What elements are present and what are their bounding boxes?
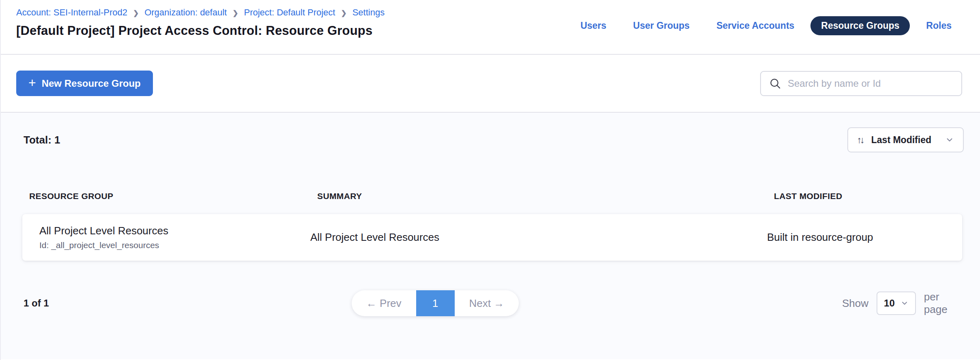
breadcrumb-settings-link[interactable]: Settings <box>352 7 385 18</box>
sort-arrows-icon: ↑↓ <box>857 135 863 146</box>
per-page-controls: Show 10 per page <box>842 291 964 316</box>
last-modified-cell: Built in resource-group <box>767 231 962 244</box>
list-controls: Total: 1 ↑↓ Last Modified <box>17 113 964 152</box>
pager: ← Prev 1 Next → <box>352 290 519 316</box>
chevron-right-icon: ❯ <box>133 9 139 17</box>
resource-group-name: All Project Level Resources <box>39 225 310 237</box>
total-count: Total: 1 <box>24 134 60 146</box>
page-size-select[interactable]: 10 <box>877 291 916 315</box>
resource-group-cell: All Project Level Resources Id: _all_pro… <box>39 225 310 250</box>
page-info: 1 of 1 <box>24 298 145 309</box>
per-page-label: per page <box>924 291 964 316</box>
chevron-right-icon: ❯ <box>232 9 238 17</box>
page-size-value: 10 <box>884 298 895 309</box>
search-icon <box>769 77 781 90</box>
prev-page-button[interactable]: ← Prev <box>352 290 416 316</box>
sort-dropdown[interactable]: ↑↓ Last Modified <box>847 127 964 152</box>
tab-service-accounts[interactable]: Service Accounts <box>706 16 805 35</box>
table-row[interactable]: All Project Level Resources Id: _all_pro… <box>22 214 962 261</box>
resource-group-id: Id: _all_project_level_resources <box>39 240 310 250</box>
next-page-button[interactable]: Next → <box>455 290 519 316</box>
tab-roles[interactable]: Roles <box>916 16 962 35</box>
current-page-button[interactable]: 1 <box>416 290 455 316</box>
summary-cell: All Project Level Resources <box>310 231 767 244</box>
tab-user-groups[interactable]: User Groups <box>623 16 700 35</box>
page-header: Account: SEI-Internal-Prod2 ❯ Organizati… <box>1 0 980 55</box>
chevron-down-icon <box>945 135 954 144</box>
access-control-tabs: Users User Groups Service Accounts Resou… <box>570 16 962 35</box>
new-resource-group-button[interactable]: + New Resource Group <box>16 71 153 96</box>
search-input[interactable] <box>788 78 953 89</box>
search-box[interactable] <box>760 71 962 96</box>
show-label: Show <box>842 297 868 310</box>
column-header-resource-group: RESOURCE GROUP <box>29 191 317 201</box>
table-header-row: RESOURCE GROUP SUMMARY LAST MODIFIED <box>17 191 964 201</box>
column-header-summary: SUMMARY <box>317 191 774 201</box>
pagination: 1 of 1 ← Prev 1 Next → Show 10 per page <box>17 290 964 316</box>
sort-dropdown-value: Last Modified <box>871 135 931 146</box>
toolbar: + New Resource Group <box>1 55 980 113</box>
breadcrumb-project-link[interactable]: Project: Default Project <box>244 7 335 18</box>
chevron-right-icon: ❯ <box>341 9 346 17</box>
chevron-down-icon <box>900 299 909 307</box>
plus-icon: + <box>28 76 36 89</box>
column-header-last-modified: LAST MODIFIED <box>774 191 964 201</box>
breadcrumb-account-link[interactable]: Account: SEI-Internal-Prod2 <box>16 7 127 18</box>
breadcrumb-organization-link[interactable]: Organization: default <box>144 7 227 18</box>
tab-resource-groups[interactable]: Resource Groups <box>810 16 910 35</box>
resource-groups-list: Total: 1 ↑↓ Last Modified RESOURCE GROUP… <box>1 113 980 359</box>
tab-users[interactable]: Users <box>570 16 617 35</box>
new-resource-group-button-label: New Resource Group <box>42 78 141 89</box>
